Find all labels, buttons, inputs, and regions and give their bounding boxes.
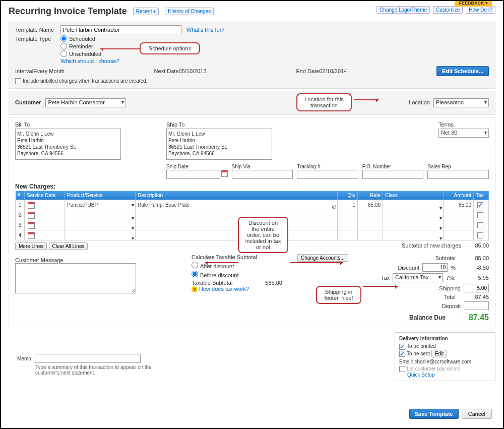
tracking-input[interactable] bbox=[297, 170, 358, 179]
recent-button[interactable]: Recent ▾ bbox=[133, 8, 159, 15]
new-charges-label: New Charges: bbox=[15, 183, 489, 190]
sales-rep-label: Sales Rep bbox=[427, 164, 489, 169]
table-row[interactable]: 1 Pumps:PUBP▾ Rule Pump, Base Plate 1 85… bbox=[16, 200, 489, 210]
callout-location: Location for this transaction bbox=[296, 93, 352, 111]
template-name-input[interactable] bbox=[60, 25, 181, 34]
info-icon: ? bbox=[192, 286, 198, 292]
col-class: Class bbox=[383, 191, 444, 200]
customize-button[interactable]: Customize bbox=[433, 6, 463, 14]
how-does-tax-link[interactable]: How does tax work? bbox=[199, 286, 249, 292]
interval-value: Every Month bbox=[33, 68, 65, 74]
subtotal-new-label: Subtotal of new charges bbox=[402, 242, 461, 249]
reminder-label: Reminder bbox=[69, 43, 93, 49]
sales-rep-input[interactable] bbox=[427, 170, 489, 179]
balance-value: 87.45 bbox=[449, 313, 489, 322]
to-print-checkbox[interactable] bbox=[399, 344, 405, 350]
tax-checkbox[interactable] bbox=[477, 202, 483, 208]
before-discount-radio[interactable] bbox=[192, 271, 198, 277]
subtotal-value: 85.00 bbox=[459, 255, 489, 261]
memo-input[interactable] bbox=[35, 354, 141, 363]
product-cell[interactable]: Pumps:PUBP▾ bbox=[65, 200, 136, 210]
delivery-email: charlie@ccrsoftware.com bbox=[415, 359, 471, 364]
discount-value: -8.50 bbox=[459, 265, 489, 271]
edit-schedule-button[interactable]: Edit Schedule... bbox=[436, 66, 489, 76]
class-cell[interactable]: ▾ bbox=[383, 200, 444, 210]
rate-cell[interactable]: 85.00 bbox=[358, 200, 383, 210]
whats-this-link[interactable]: What's this for? bbox=[186, 27, 224, 33]
clear-all-button[interactable]: Clear All Lines bbox=[49, 242, 88, 250]
end-date-value: 02/10/2014 bbox=[319, 68, 347, 74]
customer-select[interactable]: Pete Harbin Contractor bbox=[45, 98, 126, 107]
end-date-label: End Date bbox=[296, 68, 319, 74]
delivery-info: Delivery Information To be printed To be… bbox=[395, 332, 495, 381]
col-qty: Qty bbox=[338, 191, 358, 200]
terms-label: Terms bbox=[438, 121, 489, 128]
next-date-value: 05/10/2013 bbox=[179, 68, 207, 74]
unscheduled-label: Unscheduled bbox=[69, 51, 101, 57]
include-unbilled-checkbox[interactable] bbox=[15, 78, 21, 84]
location-select[interactable]: Pleasanton bbox=[433, 98, 489, 107]
terms-select[interactable]: Net 30 bbox=[438, 129, 489, 138]
col-amount: Amount bbox=[444, 191, 474, 200]
history-button[interactable]: History of Changes bbox=[165, 8, 214, 15]
save-template-button[interactable]: Save Template bbox=[409, 409, 459, 419]
taxable-subtotal-label: Taxable Subtotal bbox=[192, 280, 232, 286]
ship-via-input[interactable] bbox=[232, 170, 293, 179]
calendar-icon bbox=[28, 232, 35, 239]
callout-schedule: Schedule options bbox=[140, 42, 200, 54]
col-tax: Tax bbox=[474, 191, 489, 200]
feedback-tab[interactable]: FEEDBACK ▾ bbox=[455, 0, 492, 7]
shipping-input[interactable] bbox=[464, 284, 489, 292]
amount-cell[interactable]: 85.00 bbox=[444, 200, 474, 210]
col-product: Product/Service bbox=[65, 191, 136, 200]
edit-delivery-button[interactable]: Edit bbox=[431, 350, 447, 357]
change-logo-button[interactable]: Change Logo/Theme bbox=[376, 6, 430, 14]
deposit-input[interactable] bbox=[464, 301, 489, 310]
ship-via-label: Ship Via bbox=[232, 164, 293, 169]
total-value: 87.45 bbox=[459, 294, 489, 300]
po-label: P.O. Number bbox=[362, 164, 424, 169]
cancel-button[interactable]: Cancel bbox=[462, 409, 492, 419]
ship-date-input[interactable] bbox=[166, 170, 220, 179]
discount-pct-input[interactable] bbox=[422, 263, 448, 272]
qty-cell[interactable]: 1 bbox=[338, 200, 358, 210]
customer-message-textarea[interactable] bbox=[15, 263, 136, 293]
memo-label: Memo bbox=[17, 356, 31, 361]
template-name-label: Template Name bbox=[15, 27, 60, 33]
taxable-subtotal-value: $85.00 bbox=[265, 280, 282, 286]
scheduled-radio[interactable] bbox=[60, 35, 67, 42]
bill-to-label: Bill To bbox=[15, 121, 121, 128]
which-should-i-choose-link[interactable]: Which should I choose? bbox=[60, 58, 119, 64]
tax-select[interactable]: California Tax bbox=[393, 273, 443, 282]
callout-discount: Discount on the entire order, can be inc… bbox=[238, 217, 288, 253]
po-input[interactable] bbox=[362, 170, 424, 179]
after-discount-radio[interactable] bbox=[192, 262, 198, 268]
col-rate: Rate bbox=[358, 191, 383, 200]
reminder-radio[interactable] bbox=[60, 43, 67, 49]
more-lines-button[interactable]: More Lines bbox=[15, 242, 47, 250]
calendar-icon[interactable] bbox=[221, 170, 228, 177]
let-pay-checkbox[interactable] bbox=[399, 366, 405, 372]
unscheduled-radio[interactable] bbox=[60, 50, 67, 57]
description-cell[interactable]: Rule Pump, Base Plate bbox=[136, 200, 338, 210]
calendar-icon bbox=[28, 222, 35, 229]
interval-label: Interval bbox=[15, 68, 33, 74]
ship-to-textarea[interactable]: Mr. Glenn L Lew Pete Harbin 36521 East T… bbox=[166, 129, 272, 160]
ship-to-label: Ship To bbox=[166, 121, 272, 128]
delivery-title: Delivery Information bbox=[399, 336, 491, 341]
bill-to-textarea[interactable]: Mr. Glenn L Lew Pete Harbin 36521 East T… bbox=[15, 129, 121, 160]
next-date-label: Next Date bbox=[154, 68, 179, 74]
template-type-label: Template Type bbox=[15, 36, 60, 42]
quick-setup-link[interactable]: Quick Setup bbox=[407, 372, 434, 378]
tax-value: 5.95 bbox=[459, 275, 489, 281]
ship-date-label: Ship Date bbox=[166, 164, 228, 169]
to-sent-checkbox[interactable] bbox=[399, 351, 405, 357]
calendar-icon bbox=[28, 212, 35, 219]
location-label: Location bbox=[409, 99, 430, 105]
col-description: Description bbox=[136, 191, 338, 200]
col-num: # bbox=[16, 191, 25, 200]
how-do-i-button[interactable]: How Do I? bbox=[466, 6, 495, 14]
tracking-label: Tracking # bbox=[297, 164, 358, 169]
calc-taxable-label: Calculate Taxable Subtotal bbox=[192, 254, 282, 260]
calendar-icon[interactable] bbox=[28, 202, 35, 209]
